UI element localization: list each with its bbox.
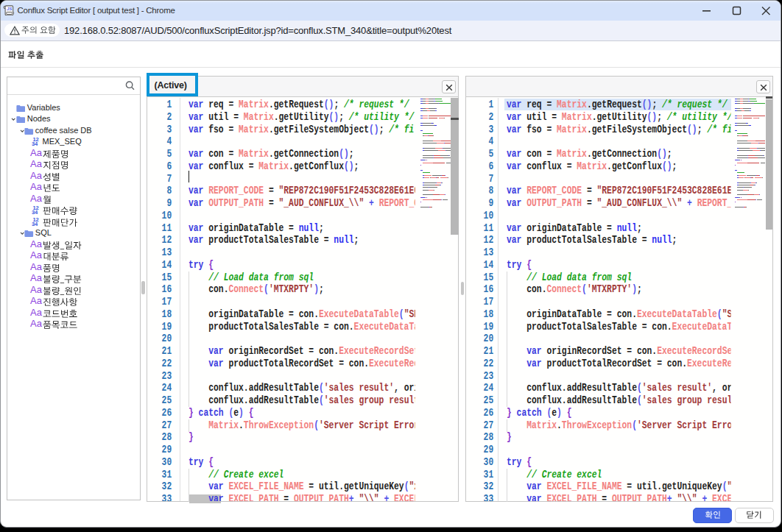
svg-text:JS: JS [7, 7, 12, 11]
